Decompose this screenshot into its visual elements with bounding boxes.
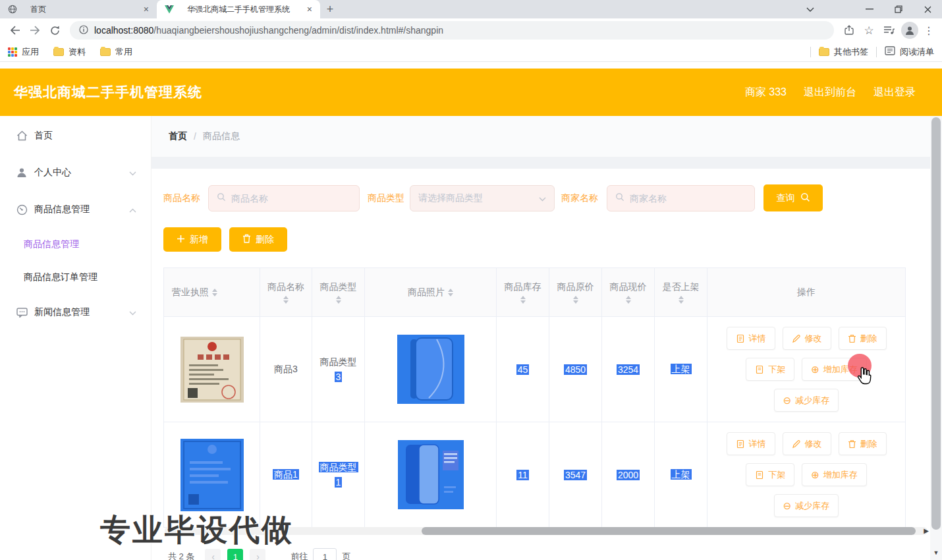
product-name-field[interactable] xyxy=(231,193,351,204)
info-icon[interactable] xyxy=(79,25,88,36)
sidebar-item-home[interactable]: 首页 xyxy=(0,117,151,154)
table-row: 商品3 商品类型3 45 4850 3254 上架 xyxy=(164,317,906,422)
column-type[interactable]: 商品类型 xyxy=(312,268,365,317)
vertical-scrollbar[interactable]: ▼ xyxy=(930,116,942,560)
column-photo[interactable]: 商品照片 xyxy=(365,268,497,317)
off-shelf-button[interactable]: 下架 xyxy=(746,463,794,486)
table-header-row: 营业执照 商品名称 商品类型 商品照片 商品库存 商品原价 商品现价 是否上架 … xyxy=(164,268,906,317)
decrease-stock-button[interactable]: ⊖减少库存 xyxy=(774,389,839,412)
sidebar-item-product-mgmt[interactable]: 商品信息管理 xyxy=(0,191,151,228)
sidebar-label: 个人中心 xyxy=(34,167,71,179)
sort-caret-icon[interactable] xyxy=(283,296,289,304)
sort-caret-icon[interactable] xyxy=(679,296,684,304)
avatar[interactable] xyxy=(901,22,918,39)
scroll-right-arrow-icon[interactable]: ▶ xyxy=(924,527,929,535)
current-price-value: 2000 xyxy=(617,470,640,480)
minus-circle-icon: ⊖ xyxy=(783,395,792,405)
document-icon xyxy=(755,365,764,374)
column-license[interactable]: 营业执照 xyxy=(164,268,260,317)
column-stock[interactable]: 商品库存 xyxy=(497,268,549,317)
reading-list[interactable]: 阅读清单 xyxy=(885,46,934,58)
other-bookmarks[interactable]: 其他书签 xyxy=(819,46,868,58)
delete-row-button[interactable]: 删除 xyxy=(839,432,887,455)
sidebar-subitem-product-info[interactable]: 商品信息管理 xyxy=(0,228,151,261)
edit-button[interactable]: 修改 xyxy=(783,432,831,455)
merchant-name: 商家 333 xyxy=(745,86,787,99)
current-page-button[interactable]: 1 xyxy=(227,549,243,560)
add-button[interactable]: 新增 xyxy=(163,227,221,252)
delete-button[interactable]: 删除 xyxy=(229,227,287,252)
sidebar-item-news-mgmt[interactable]: 新闻信息管理 xyxy=(0,294,151,331)
detail-button[interactable]: 详情 xyxy=(727,432,775,455)
vertical-scrollbar-thumb[interactable] xyxy=(931,117,941,530)
sort-caret-icon[interactable] xyxy=(448,289,453,296)
menu-kebab-icon[interactable]: ⋮ xyxy=(921,24,937,37)
product-type-select[interactable]: 请选择商品类型 xyxy=(410,185,555,211)
chevron-down-icon[interactable] xyxy=(797,0,823,18)
logout-link[interactable]: 退出登录 xyxy=(873,86,916,99)
product-type-value: 3 xyxy=(335,372,343,382)
row-actions: 详情 修改 删除 下架 ⊕增加库存 xyxy=(707,432,905,517)
edit-button[interactable]: 修改 xyxy=(783,327,831,350)
decrease-stock-button[interactable]: ⊖减少库存 xyxy=(774,494,839,517)
sidebar: 首页 个人中心 商品信息管理 商品信息管理 商品信息订单管理 xyxy=(0,116,152,560)
bookmark-star-icon[interactable]: ☆ xyxy=(859,20,879,40)
reload-icon[interactable] xyxy=(45,20,65,40)
folder-icon xyxy=(100,48,111,56)
merchant-name-field[interactable] xyxy=(630,193,746,204)
increase-stock-button[interactable]: ⊕增加库存 xyxy=(802,463,867,486)
share-icon[interactable] xyxy=(839,20,859,40)
sort-caret-icon[interactable] xyxy=(212,289,217,296)
search-button[interactable]: 查询 xyxy=(763,184,823,211)
tab-close-icon[interactable]: × xyxy=(306,4,314,14)
media-list-icon[interactable] xyxy=(879,20,899,40)
forward-icon[interactable] xyxy=(25,20,45,40)
column-shelf-status[interactable]: 是否上架 xyxy=(655,268,707,317)
product-photo[interactable] xyxy=(397,335,464,404)
column-original-price[interactable]: 商品原价 xyxy=(549,268,602,317)
sort-caret-icon[interactable] xyxy=(573,296,578,304)
business-license-image-selected[interactable] xyxy=(180,439,244,511)
merchant-name-input[interactable] xyxy=(607,185,755,211)
restore-button[interactable] xyxy=(884,0,913,18)
scroll-down-arrow-icon[interactable]: ▼ xyxy=(930,549,942,556)
back-icon[interactable] xyxy=(5,20,25,40)
bookmark-label: 应用 xyxy=(22,46,39,58)
product-photo-selected[interactable] xyxy=(398,440,464,509)
horizontal-scrollbar[interactable]: ▶ xyxy=(165,527,928,535)
goto-page-input[interactable] xyxy=(313,548,337,560)
new-tab-button[interactable]: + xyxy=(320,0,340,18)
breadcrumb-root[interactable]: 首页 xyxy=(169,130,187,142)
browser-tab-home[interactable]: 首页 × xyxy=(0,0,157,18)
chevron-down-icon xyxy=(539,192,546,204)
off-shelf-button[interactable]: 下架 xyxy=(746,358,794,381)
original-price-value: 3547 xyxy=(564,470,587,480)
column-name[interactable]: 商品名称 xyxy=(260,268,312,317)
prev-page-button[interactable]: ‹ xyxy=(205,549,221,560)
sidebar-item-personal[interactable]: 个人中心 xyxy=(0,154,151,191)
minimize-button[interactable] xyxy=(855,0,884,18)
trash-icon xyxy=(848,439,856,449)
horizontal-scrollbar-thumb[interactable] xyxy=(422,527,916,535)
stock-value: 45 xyxy=(516,364,530,375)
detail-button[interactable]: 详情 xyxy=(727,327,775,350)
business-license-image[interactable] xyxy=(180,337,244,403)
url-bar[interactable]: localhost:8080/huaqiangbeiershoushojiush… xyxy=(70,21,834,40)
exit-to-front-link[interactable]: 退出到前台 xyxy=(804,86,856,99)
sort-caret-icon[interactable] xyxy=(336,296,341,304)
bookmark-folder-ziliao[interactable]: 资料 xyxy=(53,46,86,58)
select-placeholder: 请选择商品类型 xyxy=(418,192,483,204)
column-current-price[interactable]: 商品现价 xyxy=(602,268,655,317)
product-name-input[interactable] xyxy=(208,185,360,211)
delete-row-button[interactable]: 删除 xyxy=(839,327,887,350)
sort-caret-icon[interactable] xyxy=(626,296,631,304)
sidebar-subitem-product-orders[interactable]: 商品信息订单管理 xyxy=(0,261,151,294)
app-header: 华强北商城二手手机管理系统 商家 333 退出到前台 退出登录 xyxy=(0,69,942,116)
browser-tab-admin[interactable]: 华强北商城二手手机管理系统 × xyxy=(157,0,320,18)
bookmark-apps[interactable]: 应用 xyxy=(8,46,39,58)
close-window-button[interactable] xyxy=(913,0,942,18)
bookmark-folder-changyong[interactable]: 常用 xyxy=(100,46,132,58)
tab-close-icon[interactable]: × xyxy=(142,4,150,14)
sort-caret-icon[interactable] xyxy=(520,296,526,304)
next-page-button[interactable]: › xyxy=(250,549,265,560)
